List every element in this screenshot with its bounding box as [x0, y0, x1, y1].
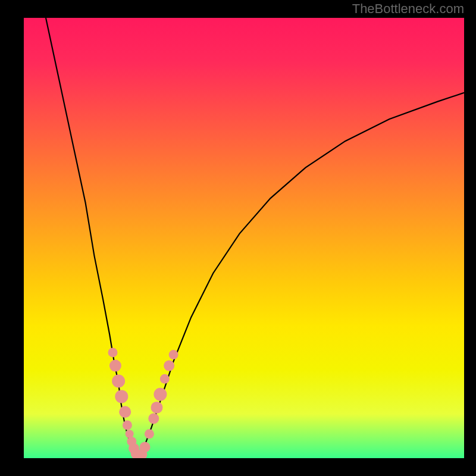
watermark-text: TheBottleneck.com	[352, 1, 464, 17]
chart-container: TheBottleneck.com	[0, 0, 476, 476]
data-dot	[108, 347, 118, 357]
data-dot	[140, 442, 151, 453]
data-dot	[164, 361, 174, 371]
curve-canvas	[24, 18, 464, 458]
data-dot	[123, 421, 132, 430]
data-dot	[112, 375, 125, 388]
data-dot	[160, 374, 170, 384]
data-dot	[148, 413, 159, 424]
data-dots	[108, 347, 178, 458]
data-dot	[154, 388, 167, 401]
plot-area	[24, 18, 464, 458]
data-dot	[145, 429, 154, 439]
data-dot	[119, 406, 131, 418]
right-curve	[140, 93, 464, 454]
data-dot	[151, 402, 163, 414]
data-dot	[109, 360, 121, 372]
data-dot	[115, 390, 128, 403]
data-dot	[169, 350, 178, 359]
left-curve	[46, 18, 136, 454]
